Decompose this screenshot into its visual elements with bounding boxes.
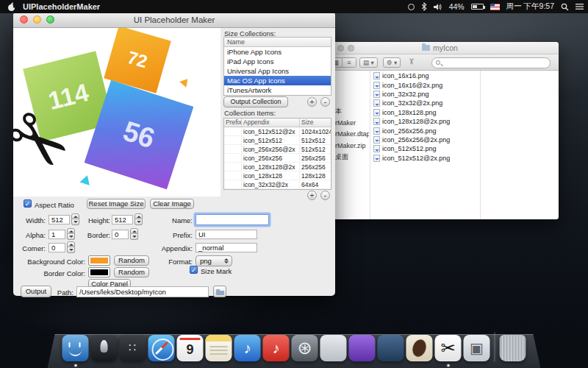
- border-field[interactable]: 0: [112, 230, 129, 239]
- collection-item-row[interactable]: icon_512x512512x512: [224, 136, 331, 145]
- prefix-column-header[interactable]: Prefix: [224, 118, 242, 127]
- finder-file-row[interactable]: icon_16x16@2x.png: [370, 80, 480, 89]
- stepper-down-icon[interactable]: [67, 234, 75, 240]
- battery-icon[interactable]: [471, 4, 484, 10]
- finder-window[interactable]: myIcon ▦≡ ▤ ▾ ⚙ ▾ ✂ 本rMakerrMaker.dtapir…: [321, 42, 559, 219]
- clear-image-button[interactable]: Clear Image: [150, 199, 194, 209]
- size-collection-row[interactable]: Mac OS App Icons: [224, 76, 331, 85]
- finder-file-row[interactable]: icon_512x512.png: [370, 144, 480, 153]
- output-button[interactable]: Output: [21, 286, 51, 297]
- choose-folder-button[interactable]: [213, 286, 226, 297]
- finder-file-row[interactable]: icon_32x32.png: [370, 90, 480, 99]
- height-stepper[interactable]: [135, 213, 143, 225]
- finder-dock-icon[interactable]: [62, 335, 89, 361]
- add-item-button[interactable]: +: [307, 191, 317, 200]
- calendar-dock-icon[interactable]: 9: [177, 335, 204, 361]
- remove-item-button[interactable]: -: [320, 191, 330, 200]
- border-random-button[interactable]: Random: [114, 267, 149, 277]
- finder-file-row[interactable]: icon_128x128.png: [370, 108, 480, 117]
- window-app-dock-icon[interactable]: ▣: [464, 335, 490, 361]
- corner-stepper[interactable]: [67, 241, 75, 253]
- stepper-up-icon[interactable]: [135, 213, 143, 219]
- finder-column-item[interactable]: 桌面: [335, 152, 369, 163]
- name-field[interactable]: [196, 214, 269, 225]
- size-mark-checkbox[interactable]: ✓: [190, 266, 198, 274]
- remove-collection-button[interactable]: -: [320, 97, 330, 107]
- border-stepper[interactable]: [130, 228, 138, 240]
- stepper-up-icon[interactable]: [71, 213, 79, 219]
- alpha-field[interactable]: 1: [49, 230, 65, 239]
- action-gear-button[interactable]: ⚙ ▾: [383, 57, 401, 68]
- background-color-well[interactable]: [88, 255, 110, 266]
- name-column-header[interactable]: Name: [224, 38, 331, 47]
- notes-dock-icon[interactable]: [206, 335, 232, 361]
- desktop[interactable]: myIcon ▦≡ ▤ ▾ ⚙ ▾ ✂ 本rMakerrMaker.dtapir…: [0, 0, 588, 368]
- status-circle-icon[interactable]: [408, 4, 415, 10]
- width-stepper[interactable]: [71, 213, 79, 225]
- finder-column-item[interactable]: rMaker.dtapi: [335, 129, 369, 140]
- music-app-dock-icon[interactable]: ♪: [263, 335, 290, 361]
- format-popup[interactable]: png: [196, 255, 232, 266]
- column-divider-2[interactable]: [480, 71, 481, 219]
- trash-dock-icon[interactable]: [500, 335, 526, 361]
- collection-item-row[interactable]: icon_256x256256x256: [224, 154, 331, 163]
- apple-menu-icon[interactable]: [7, 2, 16, 12]
- mission-control-dock-icon[interactable]: ∷: [120, 335, 146, 361]
- size-collection-row[interactable]: Universal App Icons: [224, 66, 331, 76]
- coffee-bean-app-dock-icon[interactable]: [406, 335, 433, 361]
- height-field[interactable]: 512: [112, 215, 133, 224]
- battery-percent[interactable]: 44%: [449, 2, 465, 11]
- add-collection-button[interactable]: +: [307, 97, 317, 107]
- path-field[interactable]: /Users/leks/Desktop/myIcon: [76, 286, 209, 297]
- safari-dock-icon[interactable]: [148, 335, 175, 361]
- stepper-up-icon[interactable]: [67, 228, 75, 234]
- background-random-button[interactable]: Random: [114, 255, 149, 266]
- collection-item-row[interactable]: icon_512x512@2x1024x1024: [224, 127, 331, 136]
- blue-app-dock-icon[interactable]: [378, 335, 404, 361]
- finder-file-row[interactable]: icon_32x32@2x.png: [370, 99, 480, 107]
- size-collection-row[interactable]: iPad App Icons: [224, 57, 331, 66]
- volume-icon[interactable]: [434, 3, 442, 11]
- size-column-header[interactable]: Size: [300, 118, 331, 127]
- uiplaceholdermaker-dock-icon[interactable]: ✂: [435, 335, 462, 361]
- finder-column-item[interactable]: rMaker.zip: [335, 141, 369, 152]
- stepper-down-icon[interactable]: [130, 234, 138, 240]
- stepper-down-icon[interactable]: [71, 219, 79, 225]
- launchpad-dock-icon[interactable]: [91, 335, 118, 361]
- finder-column-item[interactable]: rMaker: [335, 118, 369, 129]
- finder-column-item[interactable]: 本: [335, 106, 369, 117]
- image-preview[interactable]: 72 114 56 ✂: [13, 28, 220, 197]
- collection-item-row[interactable]: icon_128x128128x128: [224, 171, 331, 180]
- appendix-column-header[interactable]: Appendix: [242, 118, 300, 127]
- purple-app-dock-icon[interactable]: [349, 335, 376, 361]
- width-field[interactable]: 512: [49, 215, 70, 224]
- size-collection-row[interactable]: iTunesArtwork: [224, 85, 331, 95]
- gray-app-dock-icon[interactable]: [320, 335, 347, 361]
- stepper-up-icon[interactable]: [67, 241, 75, 247]
- collection-item-row[interactable]: icon_256x256@2x512x512: [224, 145, 331, 154]
- output-collection-button[interactable]: Output Collection: [223, 96, 288, 107]
- bluetooth-icon[interactable]: [421, 2, 427, 11]
- corner-field[interactable]: 0: [49, 243, 65, 252]
- system-preferences-dock-icon[interactable]: ⊛: [292, 335, 318, 361]
- stepper-down-icon[interactable]: [135, 219, 143, 225]
- input-source-flag-icon[interactable]: [490, 4, 500, 10]
- prefix-field[interactable]: UI: [196, 230, 257, 239]
- finder-file-row[interactable]: icon_256x256.png: [370, 126, 480, 135]
- finder-titlebar[interactable]: myIcon: [321, 42, 559, 54]
- finder-file-row[interactable]: icon_512x512@2x.png: [370, 154, 480, 163]
- scissors-toolbar-icon[interactable]: ✂: [406, 58, 416, 65]
- alpha-stepper[interactable]: [67, 228, 75, 240]
- finder-file-row[interactable]: icon_256x256@2x.png: [370, 135, 480, 144]
- finder-file-row[interactable]: icon_128x128@2x.png: [370, 117, 480, 126]
- notification-center-icon[interactable]: [576, 3, 584, 10]
- stepper-up-icon[interactable]: [130, 228, 138, 234]
- active-app-menu[interactable]: UIPlaceholderMaker: [23, 2, 100, 11]
- reset-image-size-button[interactable]: Reset Image Size: [87, 199, 146, 209]
- spotlight-icon[interactable]: [561, 3, 569, 11]
- border-color-well[interactable]: [88, 267, 110, 277]
- collection-item-row[interactable]: icon_128x128@2x256x256: [224, 163, 331, 171]
- arrange-button[interactable]: ▤ ▾: [359, 57, 378, 68]
- aspect-ratio-checkbox[interactable]: ✓: [24, 199, 32, 208]
- app-window[interactable]: UI Placeholder Maker 72 114 56 ✂ Size Co…: [13, 12, 335, 296]
